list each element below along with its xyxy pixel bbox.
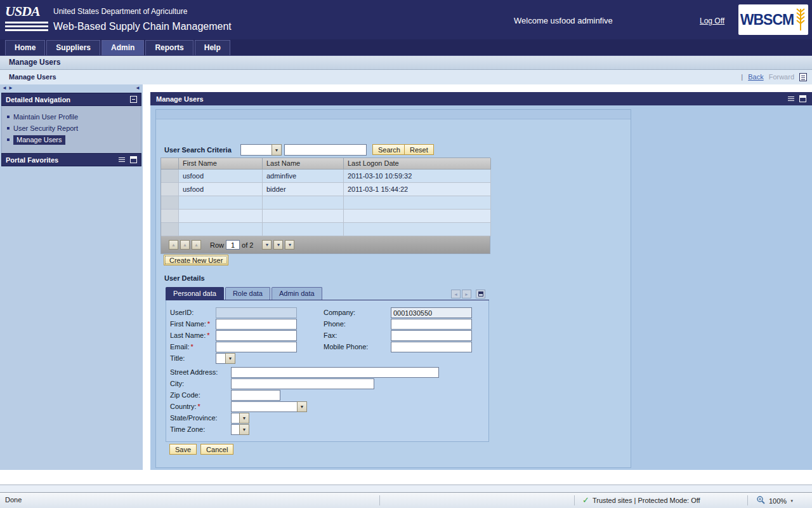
bullet-icon	[7, 127, 10, 130]
sidebar-item-label-selected: Manage Users	[13, 135, 65, 145]
save-button[interactable]: Save	[169, 444, 197, 455]
list-view-icon[interactable]	[118, 156, 126, 164]
zoom-icon	[756, 495, 766, 506]
email-field[interactable]	[216, 342, 297, 352]
wbscm-logo-text: WBSCM	[740, 11, 794, 29]
nav-tab-home[interactable]: Home	[5, 40, 45, 55]
bullet-icon	[7, 138, 10, 141]
country-dropdown[interactable]: ▼	[231, 401, 307, 412]
first-row-icon[interactable]: ▲	[169, 240, 178, 250]
sidebar-item-user-security-report[interactable]: User Security Report	[2, 123, 141, 134]
nav-tab-help[interactable]: Help	[195, 40, 230, 55]
sidebar-item-maintain-user-profile[interactable]: Maintain User Profile	[2, 111, 141, 123]
application-window: USDA United States Department of Agricul…	[0, 0, 812, 508]
search-criteria-dropdown[interactable]: ▼	[240, 144, 282, 156]
tab-role-data[interactable]: Role data	[225, 287, 270, 300]
user-results-table: First Name Last Name Last Logon Date usf…	[160, 157, 490, 254]
sidebar-item-manage-users[interactable]: Manage Users	[2, 134, 141, 145]
city-field[interactable]	[231, 378, 374, 389]
nav-tab-reports[interactable]: Reports	[145, 40, 193, 55]
tab-scroll-left-icon[interactable]: ◄	[451, 290, 461, 298]
user-search-criteria-label: User Search Criteria	[164, 146, 232, 154]
dropdown-arrow-icon[interactable]: ▼	[297, 401, 307, 412]
history-bar: Manage Users | Back Forward	[0, 70, 812, 84]
scroll-left-icon[interactable]: ◄	[2, 85, 7, 91]
tab-scroll-right-icon[interactable]: ►	[462, 290, 471, 298]
cell-last-logon: 2011-03-10 10:59:32	[344, 170, 491, 183]
scroll-collapse-icon[interactable]: ◄	[135, 85, 140, 91]
row-selector[interactable]	[161, 183, 179, 196]
zoom-control[interactable]: 100% ▼	[756, 495, 794, 506]
phone-field[interactable]	[391, 319, 472, 330]
create-new-user-button[interactable]: Create New User	[164, 255, 228, 265]
fax-field[interactable]	[391, 330, 472, 341]
bullet-icon	[7, 116, 10, 118]
browser-status-bar: Done ✓ Trusted sites | Protected Mode: O…	[0, 492, 812, 508]
sidebar-item-label: User Security Report	[13, 124, 78, 132]
table-row-empty	[161, 196, 490, 210]
search-criteria-field[interactable]	[240, 144, 272, 156]
title-dropdown[interactable]: ▼	[216, 353, 235, 364]
dropdown-arrow-icon[interactable]: ▼	[225, 353, 235, 364]
history-menu-icon[interactable]	[799, 73, 807, 81]
table-row[interactable]: usfood adminfive 2011-03-10 10:59:32	[161, 170, 490, 183]
portal-favorites-title: Portal Favorites	[6, 156, 58, 164]
mobile-phone-field[interactable]	[391, 342, 472, 352]
second-level-title-bar: Manage Users	[0, 56, 812, 70]
security-zone-indicator: ✓ Trusted sites | Protected Mode: Off	[582, 495, 700, 505]
dropdown-arrow-icon[interactable]: ▼	[272, 144, 282, 156]
state-province-label: State/Province:	[170, 414, 218, 422]
dropdown-arrow-icon[interactable]: ▼	[239, 413, 249, 424]
nav-tab-admin[interactable]: Admin	[102, 40, 144, 55]
column-header-first-name: First Name	[179, 158, 263, 170]
cell-first-name: usfood	[179, 170, 263, 183]
top-navigation-bar: Home Suppliers Admin Reports Help	[0, 39, 812, 56]
back-link[interactable]: Back	[748, 70, 763, 84]
row-selector[interactable]	[161, 170, 179, 183]
cell-last-logon: 2011-03-1 15:44:22	[344, 183, 491, 196]
tab-personal-data[interactable]: Personal data	[166, 287, 224, 300]
title-label: Title:	[170, 354, 185, 362]
company-label: Company:	[324, 309, 355, 316]
row-down-icon[interactable]: ▼	[262, 240, 272, 250]
page-down-icon[interactable]: ▼	[273, 240, 283, 250]
street-address-field[interactable]	[231, 367, 439, 378]
column-header-last-logon-date: Last Logon Date	[344, 158, 491, 170]
history-separator: |	[741, 70, 743, 84]
zip-code-field[interactable]	[231, 390, 280, 401]
cell-first-name: usfood	[179, 183, 263, 196]
maximize-icon[interactable]	[799, 95, 806, 102]
search-value-input[interactable]	[284, 144, 367, 156]
zip-code-label: Zip Code:	[170, 391, 200, 399]
column-header-last-name: Last Name	[263, 158, 344, 170]
zoom-dropdown-icon[interactable]: ▼	[790, 499, 794, 503]
sidebar: ◄ ► ◄ Detailed Navigation Maintain User …	[0, 84, 143, 470]
detailed-navigation-body: Maintain User Profile User Security Repo…	[1, 106, 141, 154]
row-up-icon[interactable]: ▲	[192, 240, 201, 250]
city-label: City:	[170, 380, 184, 387]
tab-admin-data[interactable]: Admin data	[272, 287, 322, 300]
bottom-spacer	[0, 470, 812, 485]
table-row-empty	[161, 223, 490, 236]
time-zone-dropdown[interactable]: ▼	[231, 424, 249, 435]
dropdown-arrow-icon[interactable]: ▼	[239, 424, 249, 435]
first-name-field[interactable]	[216, 319, 297, 330]
table-pager: ▲ ▲ ▲ Row of 2 ▼ ▼ ▼	[161, 236, 490, 254]
scroll-right-icon[interactable]: ►	[8, 85, 13, 91]
table-row[interactable]: usfood bidder 2011-03-1 15:44:22	[161, 183, 490, 196]
state-province-dropdown[interactable]: ▼	[231, 413, 249, 424]
page-up-icon[interactable]: ▲	[180, 240, 190, 250]
open-in-window-icon[interactable]	[130, 156, 137, 163]
options-menu-icon[interactable]	[787, 95, 795, 103]
last-name-field[interactable]	[216, 330, 297, 341]
current-row-input[interactable]	[226, 240, 240, 250]
minimize-icon[interactable]	[130, 96, 137, 103]
nav-tab-suppliers[interactable]: Suppliers	[46, 40, 100, 55]
reset-button[interactable]: Reset	[404, 144, 434, 155]
log-off-link[interactable]: Log Off	[700, 17, 724, 25]
last-row-icon[interactable]: ▼	[285, 240, 294, 250]
search-button[interactable]: Search	[372, 144, 406, 155]
detach-tab-icon[interactable]	[476, 290, 485, 298]
page-title: Manage Users	[9, 58, 60, 67]
cancel-button[interactable]: Cancel	[200, 444, 233, 455]
